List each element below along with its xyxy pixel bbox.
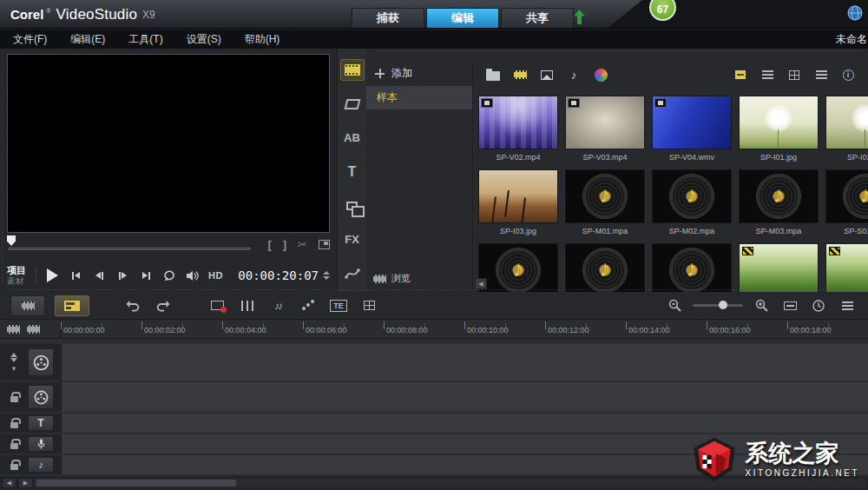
- scroll-right-button[interactable]: ▶: [18, 478, 33, 488]
- track-list-button[interactable]: [837, 296, 858, 315]
- import-folder-button[interactable]: [483, 66, 503, 83]
- menu-item-help[interactable]: 帮助(H): [245, 32, 280, 47]
- go-end-button[interactable]: [138, 266, 154, 285]
- menu-item-edit[interactable]: 编辑(E): [70, 32, 105, 47]
- library-item[interactable]: ♪SP-M02.mpa: [648, 164, 735, 238]
- menu-item-file[interactable]: 文件(F): [13, 32, 47, 47]
- timeline-ruler[interactable]: 00:00:00:0000:00:02:0000:00:04:0000:00:0…: [0, 320, 868, 339]
- timecode-spinner[interactable]: [323, 271, 330, 280]
- redo-button[interactable]: [153, 296, 174, 315]
- library-item[interactable]: SP-V02.mp4: [475, 90, 562, 164]
- overlay-track-lane[interactable]: [61, 382, 868, 412]
- volume-icon[interactable]: [185, 266, 201, 285]
- video-track-button[interactable]: [28, 348, 54, 376]
- voice-track-button[interactable]: [28, 436, 54, 452]
- seek-bar[interactable]: [7, 246, 252, 251]
- library-item[interactable]: SP-I03.jpg: [475, 164, 562, 238]
- record-capture-button[interactable]: [207, 296, 227, 315]
- preview-timecode[interactable]: 00:00:20:07: [238, 268, 319, 282]
- motion-path-button[interactable]: [340, 262, 365, 284]
- filter-button[interactable]: FX: [340, 228, 365, 250]
- scroll-left-button[interactable]: ◀: [2, 478, 16, 488]
- motion-tracking-button[interactable]: [298, 296, 319, 315]
- media-library-button[interactable]: [340, 59, 365, 81]
- library-item[interactable]: ♪: [562, 238, 648, 292]
- scrollbar-thumb[interactable]: [36, 480, 236, 487]
- timeline-clock-button[interactable]: [808, 296, 829, 315]
- timeline-view-button[interactable]: [55, 295, 89, 316]
- subtitle-editor-button[interactable]: TE: [328, 296, 349, 315]
- tab-capture[interactable]: 捕获: [352, 8, 424, 28]
- sound-mixer-button[interactable]: [237, 296, 258, 315]
- ripple-edit-icon[interactable]: [27, 325, 40, 334]
- library-item[interactable]: SP-I02.jpg: [822, 90, 868, 164]
- library-scroll-left-button[interactable]: ◀: [475, 278, 487, 289]
- video-track-lane[interactable]: [61, 344, 868, 381]
- lock-icon[interactable]: [10, 422, 18, 428]
- library-options-button[interactable]: [812, 66, 831, 83]
- library-item[interactable]: ♪SP-S01.wav: [822, 164, 868, 238]
- music-track-button[interactable]: ♪: [28, 457, 54, 473]
- trim-marker[interactable]: [7, 235, 16, 246]
- enlarge-preview-icon[interactable]: [319, 240, 330, 249]
- menu-item-tools[interactable]: 工具(T): [128, 32, 162, 47]
- timeline-ruler-ticks[interactable]: 00:00:00:0000:00:02:0000:00:04:0000:00:0…: [61, 320, 868, 338]
- undo-button[interactable]: [122, 296, 143, 315]
- globe-icon[interactable]: [847, 5, 863, 24]
- preview-screen[interactable]: [7, 54, 330, 233]
- timeline-zoom-slider[interactable]: [693, 304, 743, 307]
- mark-in-button[interactable]: [: [267, 238, 271, 251]
- library-item[interactable]: [735, 238, 822, 292]
- splitter-grip[interactable]: [1, 57, 4, 283]
- chevron-down-icon[interactable]: ▾: [12, 365, 16, 373]
- library-item[interactable]: ♪SP-M03.mpa: [735, 164, 822, 238]
- media-sphere-button[interactable]: [591, 66, 610, 83]
- lock-icon[interactable]: [10, 396, 18, 402]
- zoom-out-button[interactable]: [664, 296, 685, 315]
- library-item[interactable]: SP-V04.wmv: [648, 90, 735, 164]
- auto-music-button[interactable]: ♪♪: [267, 296, 288, 315]
- lock-icon[interactable]: [10, 443, 18, 449]
- play-button[interactable]: [44, 266, 60, 285]
- library-item[interactable]: [822, 238, 868, 292]
- next-frame-button[interactable]: [115, 266, 130, 285]
- filter-audio-button[interactable]: ♪: [564, 66, 583, 83]
- menu-item-settings[interactable]: 设置(S): [187, 32, 221, 47]
- mode-project-label[interactable]: 项目: [7, 265, 26, 276]
- notification-badge[interactable]: 67: [649, 0, 676, 21]
- split-clip-icon[interactable]: ✂: [298, 238, 307, 251]
- overlay-track-button[interactable]: [28, 385, 54, 409]
- mode-clip-label[interactable]: 素材: [7, 276, 26, 287]
- library-item[interactable]: SP-V03.mp4: [562, 90, 648, 164]
- tab-share[interactable]: 共享: [501, 8, 574, 28]
- view-grid-button[interactable]: [785, 66, 804, 83]
- view-thumbnails-button[interactable]: [731, 66, 750, 83]
- add-folder-button[interactable]: 添加: [366, 61, 472, 86]
- graphic-button[interactable]: [340, 195, 365, 216]
- view-list-button[interactable]: [758, 66, 777, 83]
- browse-button[interactable]: 浏览: [366, 268, 418, 288]
- zoom-slider-handle[interactable]: [719, 301, 727, 309]
- repeat-icon[interactable]: [161, 266, 177, 285]
- title-track-button[interactable]: T: [28, 415, 54, 431]
- tab-edit[interactable]: 编辑: [426, 8, 499, 28]
- folder-item-samples[interactable]: 样本: [366, 86, 472, 109]
- filter-photos-button[interactable]: [537, 66, 556, 83]
- instant-project-button[interactable]: [340, 93, 365, 115]
- title-button[interactable]: T: [340, 161, 365, 182]
- filter-videos-button[interactable]: [510, 66, 529, 83]
- transition-button[interactable]: AB: [340, 127, 365, 149]
- library-item[interactable]: ♪: [648, 238, 735, 292]
- library-info-button[interactable]: i: [838, 66, 858, 83]
- track-swap-icon[interactable]: [10, 353, 17, 362]
- upgrade-arrow-icon[interactable]: [574, 10, 585, 28]
- previous-frame-button[interactable]: [91, 266, 107, 285]
- fit-project-button[interactable]: [779, 296, 800, 315]
- title-track-lane[interactable]: [61, 414, 868, 433]
- split-screen-template-button[interactable]: [358, 296, 379, 315]
- track-manager-icon[interactable]: [7, 325, 20, 334]
- lock-icon[interactable]: [10, 464, 18, 470]
- library-item[interactable]: ♪SP-M01.mpa: [562, 164, 648, 238]
- go-start-button[interactable]: [68, 266, 83, 285]
- zoom-in-button[interactable]: [751, 296, 772, 315]
